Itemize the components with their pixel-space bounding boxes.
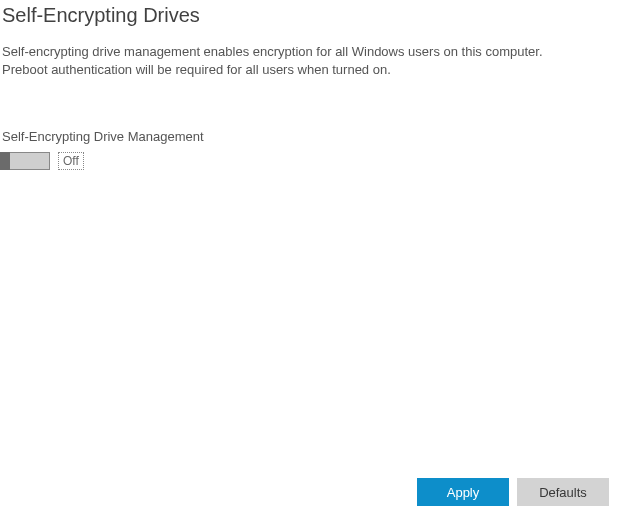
page-title: Self-Encrypting Drives xyxy=(0,0,617,37)
description-line-2: Preboot authentication will be required … xyxy=(2,62,391,77)
defaults-button[interactable]: Defaults xyxy=(517,478,609,506)
description-text: Self-encrypting drive management enables… xyxy=(0,37,617,79)
sed-management-toggle[interactable] xyxy=(0,152,50,170)
toggle-knob xyxy=(0,152,10,170)
toggle-row: Off xyxy=(0,144,617,170)
section-label: Self-Encrypting Drive Management xyxy=(0,79,617,144)
apply-button[interactable]: Apply xyxy=(417,478,509,506)
toggle-state-label: Off xyxy=(58,152,84,170)
footer-buttons: Apply Defaults xyxy=(417,478,609,506)
description-line-1: Self-encrypting drive management enables… xyxy=(2,44,543,59)
